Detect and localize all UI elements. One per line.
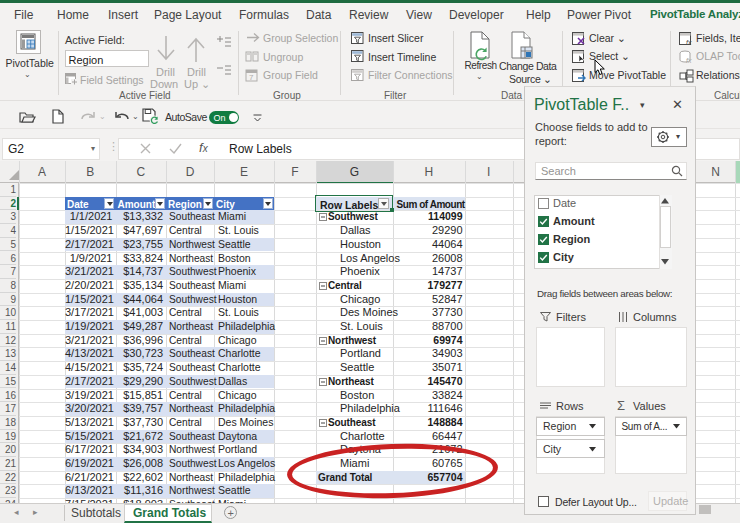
- svg-text:fx: fx: [686, 39, 692, 46]
- svg-text:7: 7: [249, 73, 254, 82]
- svg-text:fx: fx: [686, 57, 692, 64]
